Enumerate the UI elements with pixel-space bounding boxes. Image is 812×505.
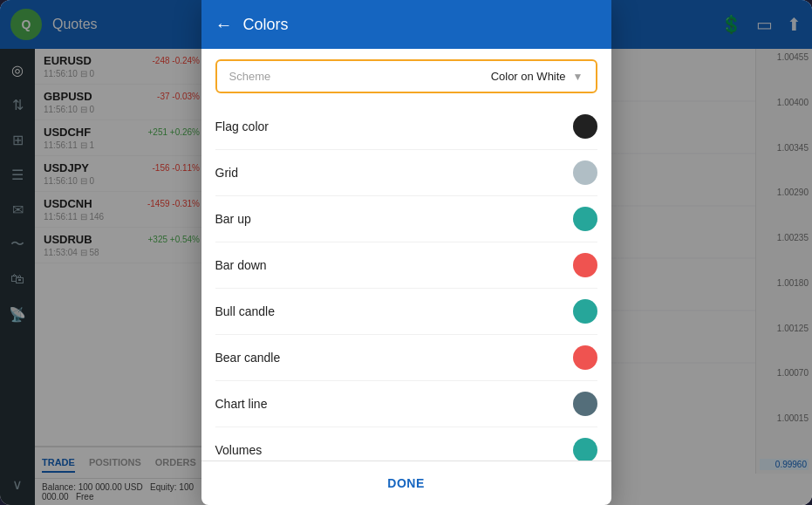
color-item-flag: Flag color xyxy=(215,104,597,150)
scheme-value: Color on White xyxy=(491,70,566,83)
color-item-bar-up: Bar up xyxy=(215,196,597,242)
colors-modal: ← Colors Scheme Color on White ▼ Flag co… xyxy=(201,0,611,505)
color-item-volumes: Volumes xyxy=(215,427,597,461)
done-button[interactable]: DONE xyxy=(215,476,597,490)
color-item-bar-down: Bar down xyxy=(215,242,597,289)
modal-header: ← Colors xyxy=(201,0,611,49)
chart-line-color-dot[interactable] xyxy=(573,392,597,416)
bar-up-color-dot[interactable] xyxy=(573,207,597,231)
modal-overlay: ← Colors Scheme Color on White ▼ Flag co… xyxy=(0,0,812,505)
modal-title: Colors xyxy=(243,16,289,34)
color-item-bull-candle: Bull candle xyxy=(215,289,597,335)
grid-color-dot[interactable] xyxy=(573,160,597,185)
volumes-color-dot[interactable] xyxy=(573,438,597,461)
color-item-grid: Grid xyxy=(215,150,597,196)
color-item-bear-candle: Bear candle xyxy=(215,335,597,381)
bear-candle-color-dot[interactable] xyxy=(573,345,597,370)
done-button-container: DONE xyxy=(201,461,611,505)
bull-candle-color-dot[interactable] xyxy=(573,299,597,324)
colors-list: Flag color Grid Bar up Bar down Bull can… xyxy=(201,104,611,461)
bar-down-color-dot[interactable] xyxy=(573,253,597,277)
scheme-selector[interactable]: Scheme Color on White ▼ xyxy=(215,59,597,93)
back-button[interactable]: ← xyxy=(215,15,233,35)
scheme-dropdown-arrow: ▼ xyxy=(573,71,583,83)
flag-color-dot[interactable] xyxy=(573,114,597,139)
scheme-label: Scheme xyxy=(229,70,271,83)
color-item-chart-line: Chart line xyxy=(215,381,597,427)
